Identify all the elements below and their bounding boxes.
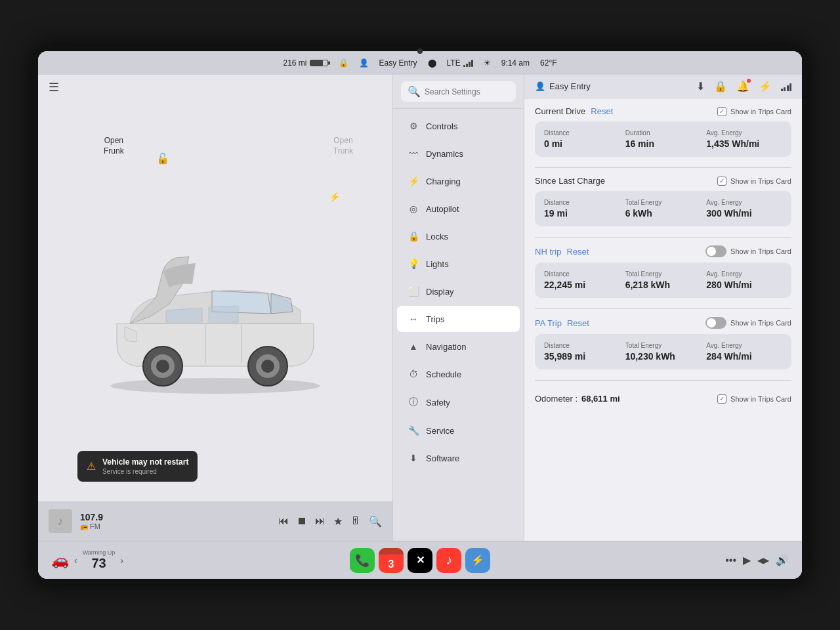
menu-item-dynamics[interactable]: 〰 Dynamics [397, 140, 520, 167]
current-drive-title: Current Drive Reset [535, 106, 613, 116]
current-drive-section: Current Drive Reset ✓ Show in Trips Card… [535, 106, 791, 157]
pa-trip-card: Distance 35,989 mi Total Energy 10,230 k… [535, 334, 791, 369]
menu-item-controls[interactable]: ⚙ Controls [397, 113, 520, 139]
play-icon[interactable]: ▶ [743, 554, 751, 566]
menu-item-software[interactable]: ⬇ Software [397, 445, 520, 471]
autopilot-icon: ◎ [408, 203, 419, 214]
service-icon: 🔧 [408, 425, 419, 436]
x-app[interactable]: ✕ [408, 548, 432, 573]
music-app[interactable]: ♪ [436, 548, 461, 573]
profile-icon: 👤 [359, 58, 369, 68]
open-frunk-label[interactable]: Open Frunk [104, 136, 124, 156]
bluetooth-icon[interactable]: ⚡ [759, 80, 772, 93]
pa-trip-energy-total: Total Energy 10,230 kWh [625, 342, 702, 362]
time-display: 9:14 am [501, 58, 530, 68]
menu-item-charging[interactable]: ⚡ Charging [397, 168, 520, 194]
menu-item-schedule[interactable]: ⏱ Schedule [397, 361, 520, 387]
safety-icon: ⓘ [408, 396, 419, 408]
bt-icon: ⚡ [471, 554, 484, 566]
car-header: ☰ [38, 75, 392, 100]
nh-trip-reset[interactable]: Reset [566, 247, 589, 257]
equalizer-button[interactable]: 🎚 [350, 515, 361, 527]
warning-notification: ⚠ Vehicle may not restart Service is req… [77, 451, 198, 482]
display-icon: ⬜ [408, 286, 419, 297]
bluetooth-app[interactable]: ⚡ [465, 548, 490, 573]
menu-item-display[interactable]: ⬜ Display [397, 278, 520, 304]
car-home-icon[interactable]: 🚗 [51, 552, 69, 569]
nh-trip-title: NH trip Reset [535, 247, 589, 257]
divider-1 [535, 167, 791, 168]
nh-trip-section: NH trip Reset Show in Trips Card Distanc… [535, 245, 791, 298]
calendar-app[interactable]: 3 [379, 548, 404, 573]
svg-point-3 [156, 360, 169, 373]
more-dots-icon[interactable]: ••• [725, 555, 736, 566]
pa-trip-reset[interactable]: Reset [567, 318, 589, 328]
bottom-taskbar: 🚗 ‹ Warming Up 73 › 📞 3 ✕ [38, 541, 802, 579]
download-icon[interactable]: ⬇ [696, 80, 705, 93]
prev-arrow[interactable]: ‹ [74, 555, 77, 566]
nh-trip-show-trips[interactable]: Show in Trips Card [705, 245, 791, 257]
odometer-show-trips[interactable]: ✓ Show in Trips Card [717, 394, 791, 404]
bell-icon[interactable]: 🔔 [736, 80, 749, 93]
music-info: 107.9 📻 FM [80, 512, 270, 530]
pa-trip-show-trips[interactable]: Show in Trips Card [705, 317, 791, 329]
music-album-art: ♪ [49, 509, 72, 533]
skip-icon[interactable]: ◀▶ [757, 556, 769, 565]
nh-trip-name-link[interactable]: NH trip [535, 247, 561, 257]
since-last-charge-card: Distance 19 mi Total Energy 6 kWh Avg. E… [535, 191, 791, 226]
prev-track-button[interactable]: ⏮ [278, 515, 289, 527]
divider-3 [535, 308, 791, 309]
trips-panel: 👤 Easy Entry ⬇ 🔒 🔔 ⚡ [524, 75, 802, 541]
menu-item-locks[interactable]: 🔒 Locks [397, 223, 520, 249]
odometer-row: Odometer : 68,611 mi ✓ Show in Trips Car… [535, 388, 791, 409]
search-bar: 🔍 [393, 75, 524, 109]
driver-mode: Easy Entry [379, 58, 417, 68]
phone-app[interactable]: 📞 [350, 548, 375, 573]
current-drive-show-trips[interactable]: ✓ Show in Trips Card [717, 107, 791, 116]
phone-icon: 📞 [355, 553, 369, 568]
search-container[interactable]: 🔍 [401, 81, 516, 102]
next-track-button[interactable]: ⏭ [315, 515, 326, 527]
menu-item-service[interactable]: 🔧 Service [397, 417, 520, 444]
next-arrow[interactable]: › [120, 555, 123, 566]
current-drive-reset[interactable]: Reset [591, 106, 613, 116]
taskbar-right: ••• ▶ ◀▶ 🔊 [604, 554, 789, 566]
open-trunk-label[interactable]: Open Trunk [333, 136, 353, 156]
menu-item-autopilot[interactable]: ◎ Autopilot [397, 196, 520, 222]
stop-button[interactable]: ⏹ [297, 515, 307, 527]
nh-trip-distance: Distance 22,245 mi [544, 270, 620, 290]
locks-icon: 🔒 [408, 231, 419, 242]
current-drive-checkbox[interactable]: ✓ [717, 107, 726, 116]
warning-subtitle: Service is required [102, 468, 188, 475]
sun-icon: ☀ [484, 58, 491, 68]
odometer-checkbox[interactable]: ✓ [717, 394, 726, 404]
nh-trip-energy-total: Total Energy 6,218 kWh [625, 270, 702, 290]
hamburger-icon[interactable]: ☰ [49, 80, 59, 94]
since-last-energy-total: Total Energy 6 kWh [625, 199, 702, 219]
pa-trip-toggle[interactable] [705, 317, 726, 329]
warning-triangle-icon: ⚠ [87, 460, 96, 472]
menu-item-trips[interactable]: ↔ Trips [397, 306, 520, 332]
since-last-charge-show-trips[interactable]: ✓ Show in Trips Card [717, 177, 791, 186]
left-panel: ☰ Open Frunk Open Trunk 🔓 ⚡ [38, 75, 392, 541]
svg-point-6 [261, 360, 274, 373]
software-icon: ⬇ [408, 453, 419, 463]
search-music-button[interactable]: 🔍 [369, 515, 382, 528]
since-last-charge-checkbox[interactable]: ✓ [717, 177, 726, 186]
volume-icon[interactable]: 🔊 [776, 554, 789, 566]
search-icon: 🔍 [408, 85, 421, 98]
lights-icon: 💡 [408, 259, 419, 269]
nh-trip-toggle[interactable] [705, 245, 726, 257]
menu-item-safety[interactable]: ⓘ Safety [397, 388, 520, 416]
warming-label: Warming Up [83, 549, 116, 556]
car-image [91, 219, 340, 402]
lock-icon-car[interactable]: 🔓 [156, 152, 169, 165]
current-drive-energy: Avg. Energy 1,435 Wh/mi [706, 129, 782, 149]
pa-trip-name-link[interactable]: PA Trip [535, 318, 562, 328]
menu-item-lights[interactable]: 💡 Lights [397, 251, 520, 277]
screen-bezel: 216 mi 🔒 👤 Easy Entry ⬤ LTE ☀ 9:14 am [33, 46, 807, 584]
menu-item-navigation[interactable]: ▲ Navigation [397, 333, 520, 360]
lock-header-icon[interactable]: 🔒 [714, 80, 727, 93]
search-input[interactable] [425, 87, 509, 96]
favorite-button[interactable]: ★ [333, 515, 343, 528]
